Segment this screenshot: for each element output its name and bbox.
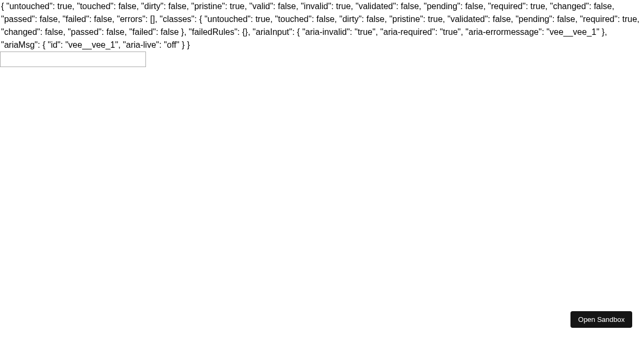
- validation-state-output: { "untouched": true, "touched": false, "…: [0, 0, 644, 52]
- open-sandbox-button[interactable]: Open Sandbox: [570, 311, 632, 328]
- main-content: { "untouched": true, "touched": false, "…: [0, 0, 644, 67]
- form-text-input[interactable]: [0, 52, 146, 67]
